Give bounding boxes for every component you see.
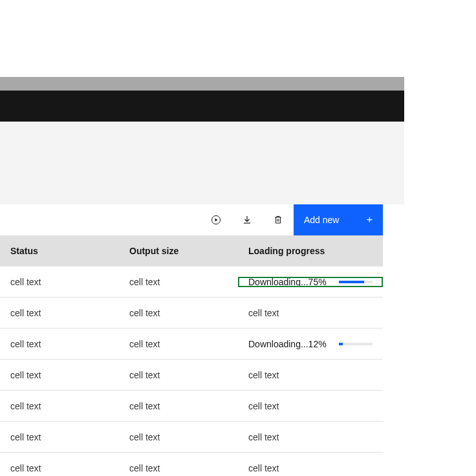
table-row[interactable]: cell textcell textDownloading...12% — [0, 329, 383, 360]
cell-output-size: cell text — [119, 339, 238, 349]
progress-label: Downloading...12% — [248, 339, 327, 349]
play-circle-icon — [211, 215, 221, 225]
cell-text: cell text — [248, 401, 279, 411]
table-row[interactable]: cell textcell textcell text — [0, 453, 383, 476]
table-row[interactable]: cell textcell textcell text — [0, 298, 383, 329]
cell-status: cell text — [0, 463, 119, 473]
add-new-button[interactable]: Add new + — [294, 204, 383, 235]
cell-output-size: cell text — [119, 277, 238, 287]
cell-loading-progress: cell text — [238, 370, 383, 380]
cell-text: cell text — [248, 370, 279, 380]
cell-loading-progress: cell text — [238, 463, 383, 473]
cell-status: cell text — [0, 370, 119, 380]
cell-loading-progress: cell text — [238, 401, 383, 411]
black-header-strip — [0, 91, 404, 122]
download-button[interactable] — [232, 204, 263, 235]
play-button[interactable] — [200, 204, 232, 235]
col-header-loading-progress: Loading progress — [238, 246, 383, 256]
table-body: cell textcell textDownloading...75%cell … — [0, 266, 383, 476]
table-header: Status Output size Loading progress — [0, 235, 383, 266]
delete-button[interactable] — [263, 204, 294, 235]
progress-indicator: Downloading...75% — [248, 277, 373, 287]
cell-output-size: cell text — [119, 463, 238, 473]
light-gray-strip — [0, 122, 404, 204]
cell-loading-progress: cell text — [238, 308, 383, 318]
cell-output-size: cell text — [119, 308, 238, 318]
progress-indicator: Downloading...12% — [248, 339, 373, 349]
progress-bar-fill — [339, 281, 364, 283]
data-table: Status Output size Loading progress cell… — [0, 235, 383, 476]
plus-icon: + — [367, 215, 373, 225]
cell-text: cell text — [248, 308, 279, 318]
cell-output-size: cell text — [119, 432, 238, 442]
cell-status: cell text — [0, 339, 119, 349]
cell-status: cell text — [0, 432, 119, 442]
cell-status: cell text — [0, 308, 119, 318]
cell-output-size: cell text — [119, 370, 238, 380]
col-header-output-size: Output size — [119, 246, 238, 256]
cell-output-size: cell text — [119, 401, 238, 411]
table-row[interactable]: cell textcell textcell text — [0, 422, 383, 453]
progress-bar — [339, 281, 373, 283]
cell-loading-progress: Downloading...12% — [238, 339, 383, 349]
table-row[interactable]: cell textcell textcell text — [0, 391, 383, 422]
cell-text: cell text — [248, 432, 279, 442]
cell-loading-progress: Downloading...75% — [238, 277, 383, 287]
cell-text: cell text — [248, 463, 279, 473]
progress-label: Downloading...75% — [248, 277, 327, 287]
progress-bar-fill — [339, 343, 343, 345]
download-icon — [242, 215, 252, 225]
table-row[interactable]: cell textcell textcell text — [0, 360, 383, 391]
table-row[interactable]: cell textcell textDownloading...75% — [0, 266, 383, 298]
cell-loading-progress: cell text — [238, 432, 383, 442]
table-toolbar: Add new + — [0, 204, 383, 235]
cell-status: cell text — [0, 277, 119, 287]
cell-status: cell text — [0, 401, 119, 411]
top-whitespace — [0, 0, 476, 77]
progress-bar — [339, 343, 373, 345]
gray-strip — [0, 77, 404, 91]
col-header-status: Status — [0, 246, 119, 256]
add-new-label: Add new — [304, 215, 339, 225]
trash-icon — [273, 215, 283, 225]
